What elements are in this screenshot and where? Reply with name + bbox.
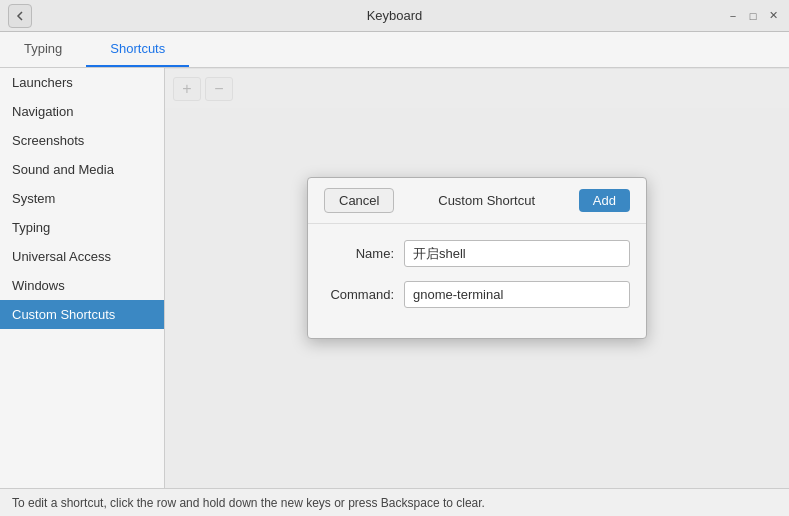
back-icon: [15, 11, 25, 21]
content-area: Cancel Custom Shortcut Add Name: Command…: [165, 68, 789, 488]
statusbar: To edit a shortcut, click the row and ho…: [0, 488, 789, 516]
dialog-header: Cancel Custom Shortcut Add: [308, 178, 646, 224]
add-button[interactable]: Add: [579, 189, 630, 212]
titlebar: Keyboard − □ ✕: [0, 0, 789, 32]
minimize-button[interactable]: −: [725, 8, 741, 24]
command-field-row: Command:: [324, 281, 630, 308]
sidebar-item-sound-media[interactable]: Sound and Media: [0, 155, 164, 184]
dialog-title: Custom Shortcut: [438, 193, 535, 208]
name-field-row: Name:: [324, 240, 630, 267]
sidebar-item-windows[interactable]: Windows: [0, 271, 164, 300]
sidebar-item-system[interactable]: System: [0, 184, 164, 213]
tab-typing[interactable]: Typing: [0, 32, 86, 67]
cancel-button[interactable]: Cancel: [324, 188, 394, 213]
tab-shortcuts[interactable]: Shortcuts: [86, 32, 189, 67]
sidebar-item-launchers[interactable]: Launchers: [0, 68, 164, 97]
name-label: Name:: [324, 246, 404, 261]
custom-shortcut-dialog: Cancel Custom Shortcut Add Name: Command…: [307, 177, 647, 339]
sidebar-item-screenshots[interactable]: Screenshots: [0, 126, 164, 155]
window-title: Keyboard: [367, 8, 423, 23]
back-button[interactable]: [8, 4, 32, 28]
maximize-button[interactable]: □: [745, 8, 761, 24]
sidebar: Launchers Navigation Screenshots Sound a…: [0, 68, 165, 488]
name-input[interactable]: [404, 240, 630, 267]
dialog-body: Name: Command:: [308, 224, 646, 338]
sidebar-item-navigation[interactable]: Navigation: [0, 97, 164, 126]
window-controls: − □ ✕: [725, 8, 781, 24]
command-input[interactable]: [404, 281, 630, 308]
main-area: Launchers Navigation Screenshots Sound a…: [0, 68, 789, 488]
status-text: To edit a shortcut, click the row and ho…: [12, 496, 485, 510]
dialog-overlay: Cancel Custom Shortcut Add Name: Command…: [165, 68, 789, 448]
command-label: Command:: [324, 287, 404, 302]
close-button[interactable]: ✕: [765, 8, 781, 24]
sidebar-item-custom-shortcuts[interactable]: Custom Shortcuts: [0, 300, 164, 329]
tabbar: Typing Shortcuts: [0, 32, 789, 68]
sidebar-item-universal-access[interactable]: Universal Access: [0, 242, 164, 271]
sidebar-item-typing[interactable]: Typing: [0, 213, 164, 242]
